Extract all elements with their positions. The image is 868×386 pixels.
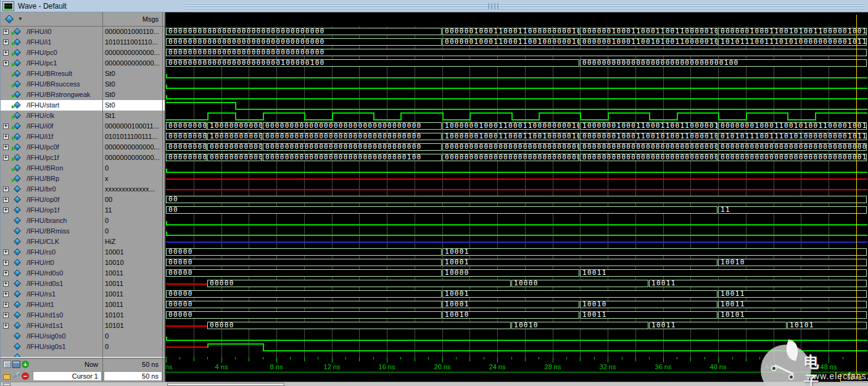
wave-row-/IFHU/rs1[interactable]: 000001000110011: [166, 289, 868, 300]
wave-row-/IFHU/rd1s1[interactable]: 00000100101001110101: [166, 321, 868, 331]
expand-plus-icon[interactable]: +: [3, 323, 9, 329]
wave-row-/IFHU/branch[interactable]: [166, 216, 868, 226]
expand-plus-icon[interactable]: +: [3, 197, 9, 203]
chevron-down-icon[interactable]: ▼: [18, 16, 23, 22]
signal-row-/IFHU/BRresult[interactable]: /IFHU/BRresultSt0: [1, 69, 165, 79]
wave-row-/IFHU/CLK[interactable]: [166, 237, 868, 247]
signal-row-/IFHU/pc0f[interactable]: +/IFHU/pc0f0000000000000...: [1, 142, 165, 153]
expand-plus-icon[interactable]: +: [3, 29, 9, 35]
expand-plus-icon[interactable]: +: [3, 155, 9, 161]
expand-plus-icon[interactable]: +: [3, 281, 9, 287]
wave-row-/IFHU/rs0[interactable]: 0000010001: [166, 247, 868, 258]
expand-plus-icon[interactable]: +: [3, 271, 9, 276]
signal-row-/IFHU/rd0s0[interactable]: +/IFHU/rd0s010011: [1, 268, 165, 279]
wave-row-/IFHU/BRmiss[interactable]: [166, 226, 868, 237]
waveform-panel[interactable]: 0000000000000000000000000000000000000010…: [166, 12, 868, 386]
add-cursor-button[interactable]: +: [22, 361, 29, 368]
expand-plus-icon[interactable]: +: [3, 50, 9, 56]
wave-row-/IFHU/BRresult[interactable]: [166, 69, 868, 79]
wave-row-/IFHU/pc0[interactable]: 00000000000000000000000000000000: [166, 48, 868, 58]
signal-row-/IFHU/rs1[interactable]: +/IFHU/rs110011: [1, 289, 165, 300]
titlebar[interactable]: Wave - Default: [1, 0, 868, 12]
wave-row-/IFHU/rd0s1[interactable]: 000001000010011: [166, 279, 868, 289]
wave-row-/IFHU/op1f[interactable]: 0011: [166, 205, 868, 216]
wave-row-/IFHU/op0f[interactable]: 00: [166, 195, 868, 205]
wave-row-/IFHU/rd1s0[interactable]: 00000100101001110101: [166, 310, 868, 321]
signal-row-/IFHU/rt1[interactable]: +/IFHU/rt110011: [1, 300, 165, 310]
signal-row-/IFHU/branch[interactable]: /IFHU/branch0: [1, 216, 165, 226]
signal-row-/IFHU/i0[interactable]: +/IFHU/i00000001000110...: [1, 27, 165, 37]
expand-plus-icon[interactable]: +: [3, 145, 9, 150]
wave-row-/IFHU/pc1f[interactable]: 00000000...000000000000...00000000000000…: [166, 153, 868, 163]
signal-row-/IFHU/pc0[interactable]: +/IFHU/pc00000000000000...: [1, 48, 165, 58]
wave-row-/IFHU/BRp[interactable]: [166, 174, 868, 184]
wave-row-/IFHU/i0f[interactable]: 00000000...100000000000...00000000000000…: [166, 121, 868, 132]
wave-row-/IFHU/start[interactable]: [166, 100, 868, 111]
wave-row-/IFHU/sig0s1[interactable]: [166, 342, 868, 352]
signal-row-/IFHU/CLK[interactable]: /IFHU/CLKHiZ: [1, 237, 165, 247]
wave-options-icon[interactable]: [3, 361, 11, 368]
expand-plus-icon[interactable]: +: [3, 292, 9, 297]
signal-row-/IFHU/rs0[interactable]: +/IFHU/rs010001: [1, 247, 165, 258]
scrollbar-thumb[interactable]: [167, 383, 284, 386]
signal-row-/IFHU/rd0s1[interactable]: +/IFHU/rd0s110011: [1, 279, 165, 289]
signal-row-/IFHU/start[interactable]: /IFHU/startSt0: [1, 100, 165, 111]
wave-row-/IFHU/rd0s0[interactable]: 000001000010011: [166, 268, 868, 279]
signal-row-/IFHU/rt0[interactable]: +/IFHU/rt010010: [1, 258, 165, 268]
expand-plus-icon[interactable]: +: [3, 40, 9, 45]
window-pane-icon[interactable]: [12, 361, 20, 368]
wave-row-/IFHU/br0[interactable]: [166, 184, 868, 195]
signal-row-partial[interactable]: [1, 352, 165, 357]
signal-row-/IFHU/pc1[interactable]: +/IFHU/pc10000000000000...: [1, 58, 165, 69]
cursor-settings-icon[interactable]: [12, 372, 20, 380]
signal-row-/IFHU/i1[interactable]: +/IFHU/i11010111001110...: [1, 37, 165, 48]
wave-row-/IFHU/rt1[interactable]: 00000100011001010011: [166, 300, 868, 310]
signal-row-/IFHU/BRstrongweak[interactable]: /IFHU/BRstrongweakSt0: [1, 90, 165, 100]
titlebar-grip[interactable]: [488, 3, 499, 9]
column-splitter[interactable]: [162, 12, 163, 382]
signal-row-/IFHU/br0[interactable]: +/IFHU/br0xxxxxxxxxxxxx...: [1, 184, 165, 195]
wave-row-/IFHU/clk[interactable]: [166, 111, 868, 121]
wave-row-/IFHU/BRstrongweak[interactable]: [166, 90, 868, 100]
delete-cursor-button[interactable]: −: [22, 372, 29, 380]
cursor-value[interactable]: 50 ns: [142, 372, 159, 380]
expand-plus-icon[interactable]: +: [3, 250, 9, 255]
expand-plus-icon[interactable]: +: [3, 187, 9, 192]
expand-plus-icon[interactable]: +: [3, 260, 9, 266]
wave-row-/IFHU/BRsuccess[interactable]: [166, 79, 868, 90]
signal-row-/IFHU/rd1s0[interactable]: +/IFHU/rd1s010101: [1, 310, 165, 321]
signal-row-/IFHU/clk[interactable]: /IFHU/clkSt1: [1, 111, 165, 121]
wave-row-/IFHU/i1f[interactable]: 00000000...100000000000...00000000000000…: [166, 132, 868, 142]
horizontal-scrollbar[interactable]: [1, 382, 868, 386]
signal-row-/IFHU/op0f[interactable]: +/IFHU/op0f00: [1, 195, 165, 205]
cursor-line[interactable]: [856, 15, 857, 382]
wave-row-/IFHU/pc1[interactable]: 0000000000000000000000010000010000000000…: [166, 58, 868, 69]
signal-row-/IFHU/BRon[interactable]: /IFHU/BRon0: [1, 163, 165, 174]
signal-row-/IFHU/BRmiss[interactable]: /IFHU/BRmiss0: [1, 226, 165, 237]
column-splitter[interactable]: [102, 12, 103, 382]
expand-plus-icon[interactable]: +: [3, 124, 9, 129]
signal-row-/IFHU/i1f[interactable]: +/IFHU/i1f0101011100111...: [1, 132, 165, 142]
cursor-label[interactable]: Cursor 1: [72, 372, 98, 380]
expand-plus-icon[interactable]: +: [3, 302, 9, 308]
wave-row-/IFHU/pc0f[interactable]: 00000000...000000000000...00000000000000…: [166, 142, 868, 153]
signal-row-/IFHU/BRp[interactable]: /IFHU/BRpx: [1, 174, 165, 184]
signal-row-/IFHU/op1f[interactable]: +/IFHU/op1f11: [1, 205, 165, 216]
wave-row-/IFHU/BRon[interactable]: [166, 163, 868, 174]
wave-row-/IFHU/i1[interactable]: 0000000000000000000000000000000000000010…: [166, 37, 868, 48]
signal-row-/IFHU/BRsuccess[interactable]: /IFHU/BRsuccessSt0: [1, 79, 165, 90]
waveform-canvas[interactable]: 0000000000000000000000000000000000000010…: [166, 27, 868, 357]
expand-plus-icon[interactable]: +: [3, 134, 9, 140]
expand-plus-icon[interactable]: +: [3, 208, 9, 213]
signal-filter-icon[interactable]: [5, 15, 14, 23]
wave-row-/IFHU/i0[interactable]: 0000000000000000000000000000000000000010…: [166, 27, 868, 37]
signal-row-/IFHU/sig0s0[interactable]: /IFHU/sig0s00: [1, 331, 165, 342]
signal-row-/IFHU/sig0s1[interactable]: /IFHU/sig0s10: [1, 342, 165, 352]
expand-plus-icon[interactable]: +: [3, 313, 9, 318]
expand-plus-icon[interactable]: +: [3, 61, 9, 66]
scrollbar-corner-box[interactable]: [3, 383, 10, 386]
lock-cursor-icon[interactable]: [3, 372, 11, 380]
wave-row-/IFHU/rt0[interactable]: 000001000110010: [166, 258, 868, 268]
signal-row-/IFHU/pc1f[interactable]: +/IFHU/pc1f0000000000000...: [1, 153, 165, 163]
signal-row-/IFHU/rd1s1[interactable]: +/IFHU/rd1s110101: [1, 321, 165, 331]
